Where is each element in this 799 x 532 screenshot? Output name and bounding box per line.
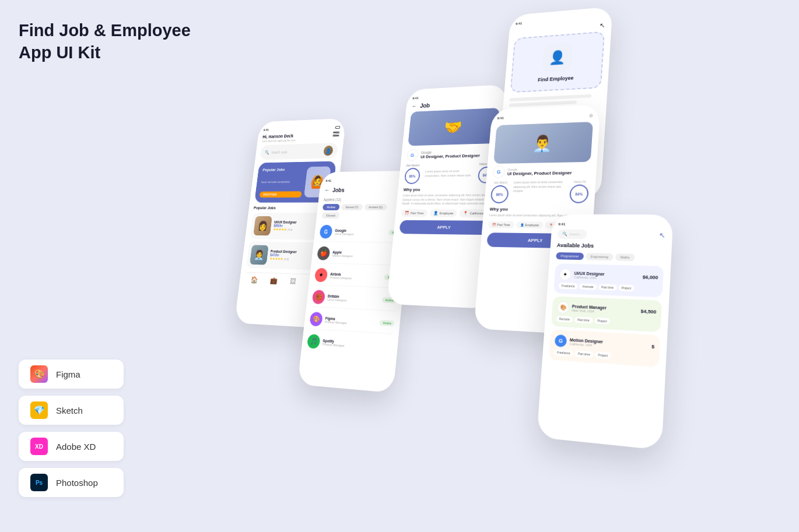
sketch-icon: 💎 (30, 401, 48, 419)
apply-button[interactable]: APPLY (399, 220, 490, 234)
discover-button[interactable]: DISCOVER (260, 191, 302, 198)
applied-item-google[interactable]: G Google UI/Ux Designer Active (319, 222, 404, 243)
job1-reviews: (4.6) (288, 228, 293, 231)
job2-stars: ★★★★★ (269, 257, 283, 262)
chip-employee: 👤 Employee (429, 209, 457, 217)
why-title: Why you (403, 186, 493, 192)
match-percent: 86% (404, 168, 420, 184)
figma-icon: 🎨 (30, 365, 48, 383)
title-line1: Find Job & Employee (19, 20, 191, 42)
back-arrow[interactable]: ← (324, 187, 330, 193)
ps-icon: Ps (30, 474, 48, 491)
tab-row: Active Saved (7) Invited (1) Closed (321, 204, 406, 219)
tool-ps: Ps Photoshop (19, 468, 124, 497)
job1-stars: ★★★★★ (273, 227, 287, 231)
chip-location-label: California (469, 212, 483, 215)
sketch-label: Sketch (56, 406, 83, 415)
find-emp-icon: 👤 (542, 43, 573, 73)
popular-jobs-title: Popular Jobs (254, 206, 276, 210)
job2-reviews: (4.6) (283, 258, 289, 261)
title-line2: App UI Kit (19, 42, 191, 64)
hero-title: Popular Jobs (262, 167, 304, 172)
figma-label: Figma (56, 369, 80, 379)
applied-count: Applied (12) (324, 198, 407, 202)
xd-label: Adobe XD (56, 442, 96, 452)
job-detail-company-row: G Google UI Designer, Product Designer (406, 147, 497, 161)
find-emp-title: Find Employee (538, 75, 574, 83)
ps-label: Photoshop (56, 478, 98, 488)
tool-sketch: 💎 Sketch (19, 396, 124, 425)
available-jobs-title: Available Jobs (556, 242, 665, 251)
search-bar[interactable]: 🔍 Search a job 👤 (260, 143, 338, 160)
main-title-area: Find Job & Employee App UI Kit (19, 20, 191, 64)
tab-invited[interactable]: Invited (1) (364, 204, 387, 210)
why-text: Lorem ipsum dolor sit amet, consectetur … (402, 193, 493, 206)
job-detail-title: UI Designer, Product Designer (420, 153, 480, 160)
nav-image-icon[interactable]: 🖼 (289, 277, 296, 286)
filter-icon[interactable]: ⊕ (588, 112, 594, 118)
chip-employee-label: Employee (439, 212, 453, 215)
applied-list: G Google UI/Ux Designer Active 🍎 Apple M… (306, 222, 404, 357)
hero-subtitle: fusce vel tortor consectetur (261, 180, 303, 184)
tab-saved[interactable]: Saved (7) (341, 204, 363, 210)
avail-card-google[interactable]: G Motion Designer California, USA $ Free… (549, 329, 660, 367)
search-icon: 🔍 (265, 150, 269, 155)
tab-active[interactable]: Active (323, 204, 340, 210)
tab-closed[interactable]: Closed (321, 212, 340, 219)
tool-figma: 🎨 Figma (19, 360, 124, 389)
job-screen-title: Job (420, 102, 430, 109)
avail-filter-icon[interactable]: ↖ (659, 231, 666, 239)
phone-available-jobs: 9:41 🔍 Search... ↖ Available Jobs Progra… (537, 214, 673, 450)
avail-card-figma[interactable]: 🎨 Product Manager New York, USA $4,500 R… (551, 296, 662, 332)
chip-parttime-label: Part Time (411, 212, 424, 215)
xd-icon: XD (30, 438, 48, 455)
arrow-icon: ↖ (599, 22, 605, 30)
nav-home-icon[interactable]: 🏠 (250, 276, 258, 284)
job-detail-back[interactable]: ← (412, 103, 418, 109)
applied-item-spotify[interactable]: 🎵 Spotify Product Manager (306, 331, 393, 357)
applied-item-figma[interactable]: 🎨 Figma Product Manager Active (309, 309, 395, 334)
hamburger-menu[interactable] (332, 132, 339, 136)
job-detail-image: 🤝 (408, 108, 500, 146)
phones-scene: 9:41 Hi, Hanson Deck Let's find the righ… (202, 0, 799, 532)
home-subtext: Let's find the right job for you (262, 139, 296, 143)
nav-briefcase-icon[interactable]: 💼 (269, 276, 278, 284)
tool-xd: XD Adobe XD (19, 432, 124, 461)
tool-list: 🎨 Figma 💎 Sketch XD Adobe XD Ps Photosho… (19, 360, 124, 497)
search-placeholder: Search a job (271, 150, 288, 154)
